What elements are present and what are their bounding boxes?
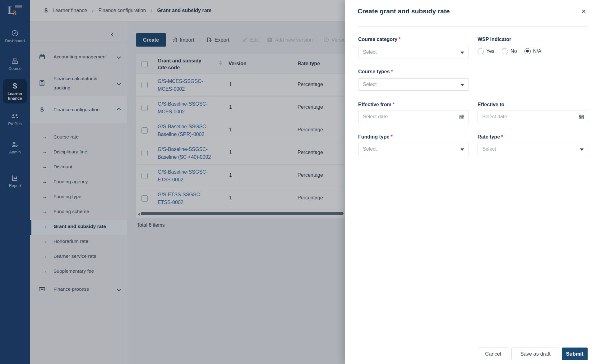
required-asterisk: * bbox=[391, 69, 393, 74]
chevron-down-icon bbox=[460, 84, 464, 86]
wsp-radio-no[interactable]: No bbox=[502, 48, 517, 54]
effective-to-date-input[interactable]: Select date bbox=[478, 111, 588, 123]
submit-button[interactable]: Submit bbox=[562, 348, 588, 360]
effective-from-label: Effective from* bbox=[358, 102, 395, 107]
wsp-indicator-label: WSP indicator bbox=[478, 37, 511, 42]
drawer-overlay-mask[interactable] bbox=[0, 0, 345, 364]
course-types-select[interactable]: Select bbox=[358, 78, 469, 91]
chevron-down-icon bbox=[460, 52, 464, 54]
required-asterisk: * bbox=[501, 134, 503, 139]
radio-icon bbox=[478, 48, 484, 54]
save-as-draft-button[interactable]: Save as draft bbox=[511, 348, 559, 360]
course-types-label: Course types* bbox=[358, 69, 393, 75]
drawer-title: Create grant and subsidy rate bbox=[358, 7, 450, 15]
cancel-button[interactable]: Cancel bbox=[478, 348, 508, 360]
wsp-radio-group: Yes No N/A bbox=[478, 48, 541, 54]
close-icon[interactable]: ✕ bbox=[581, 8, 586, 15]
wsp-radio-yes[interactable]: Yes bbox=[478, 48, 494, 54]
app-root: L 3 Dashboard Course $ Learner finance bbox=[0, 0, 596, 364]
funding-type-select[interactable]: Select bbox=[358, 143, 469, 155]
required-asterisk: * bbox=[399, 37, 400, 42]
radio-selected-icon bbox=[524, 48, 531, 54]
rate-type-label: Rate type* bbox=[478, 134, 503, 140]
divider bbox=[358, 26, 588, 27]
rate-type-select[interactable]: Select bbox=[478, 143, 588, 155]
course-category-label: Course category* bbox=[358, 37, 401, 42]
chevron-down-icon bbox=[580, 148, 584, 151]
required-asterisk: * bbox=[390, 134, 392, 139]
effective-to-label: Effective to bbox=[478, 102, 504, 107]
required-asterisk: * bbox=[393, 102, 395, 107]
calendar-icon bbox=[578, 114, 584, 120]
calendar-icon bbox=[459, 114, 465, 120]
create-grant-subsidy-drawer: Create grant and subsidy rate ✕ Course c… bbox=[345, 0, 596, 364]
course-category-select[interactable]: Select bbox=[358, 46, 469, 58]
wsp-radio-na[interactable]: N/A bbox=[524, 48, 542, 54]
funding-type-label: Funding type* bbox=[358, 134, 393, 140]
chevron-down-icon bbox=[460, 148, 464, 151]
effective-from-date-input[interactable]: Select date bbox=[358, 111, 469, 123]
radio-icon bbox=[502, 48, 508, 54]
